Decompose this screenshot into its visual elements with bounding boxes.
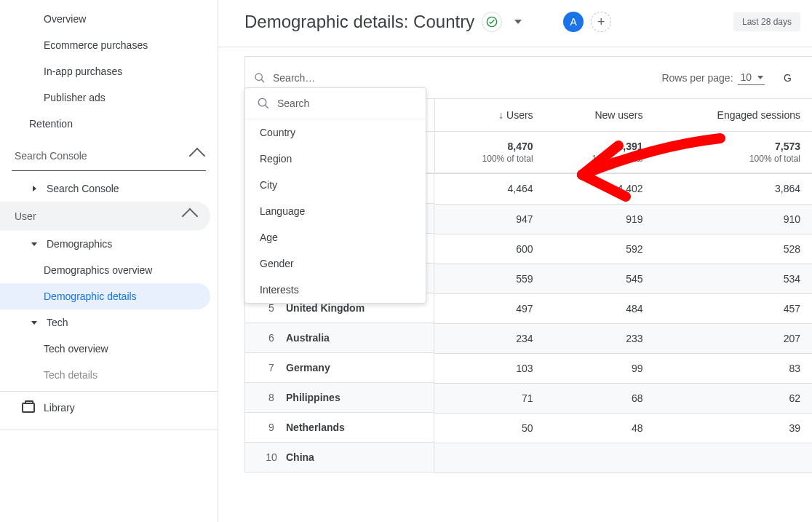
nav-retention[interactable]: Retention bbox=[0, 111, 210, 137]
dropdown-item-region[interactable]: Region bbox=[245, 146, 426, 172]
dropdown-search-placeholder: Search bbox=[277, 98, 309, 109]
svg-point-3 bbox=[258, 98, 266, 106]
nav-demographics[interactable]: Demographics bbox=[0, 231, 210, 257]
search-icon bbox=[257, 97, 270, 110]
section-label: User bbox=[15, 210, 36, 222]
section-user[interactable]: User bbox=[0, 202, 210, 231]
nav-label: Search Console bbox=[47, 183, 119, 194]
col-new-users[interactable]: New users bbox=[545, 99, 655, 132]
header-dropdown[interactable] bbox=[509, 12, 527, 32]
table-row[interactable]: 9Netherlands 504839 bbox=[245, 413, 813, 443]
report-header: Demographic details: Country A + Last 28… bbox=[218, 0, 812, 47]
page-title: Demographic details: Country bbox=[244, 12, 474, 32]
dimension-search[interactable]: Search… bbox=[245, 72, 661, 84]
total-engaged: 7,573100% of total bbox=[655, 132, 812, 174]
nav-demographics-overview[interactable]: Demographics overview bbox=[0, 257, 210, 283]
check-circle-icon bbox=[486, 16, 498, 28]
chevron-up-icon bbox=[182, 208, 199, 225]
section-label: Search Console bbox=[15, 150, 87, 162]
nav-tech-overview[interactable]: Tech overview bbox=[0, 336, 210, 362]
svg-point-1 bbox=[255, 74, 262, 80]
arrow-right-icon bbox=[29, 183, 39, 194]
verified-badge[interactable] bbox=[482, 12, 502, 32]
dropdown-item-interests[interactable]: Interests bbox=[245, 277, 426, 303]
go-to-label: G bbox=[784, 72, 792, 84]
col-users[interactable]: Users bbox=[434, 99, 545, 132]
total-users: 8,470100% of total bbox=[434, 132, 545, 174]
dimension-dropdown: Search CountryRegionCityLanguageAgeGende… bbox=[244, 87, 426, 304]
svg-line-2 bbox=[261, 79, 264, 82]
search-placeholder: Search… bbox=[273, 72, 315, 84]
nav-publisher-ads[interactable]: Publisher ads bbox=[0, 84, 210, 111]
main-content: Demographic details: Country A + Last 28… bbox=[218, 0, 812, 522]
section-search-console[interactable]: Search Console bbox=[12, 141, 206, 171]
col-engaged-sessions[interactable]: Engaged sessions bbox=[655, 99, 812, 132]
dropdown-item-country[interactable]: Country bbox=[245, 119, 426, 146]
sidebar: Overview Ecommerce purchases In-app purc… bbox=[0, 0, 218, 522]
table-row[interactable]: 6Australia 234233207 bbox=[245, 323, 813, 353]
library-icon bbox=[22, 403, 35, 413]
table-row[interactable]: 7Germany 1039983 bbox=[245, 353, 813, 383]
dropdown-item-city[interactable]: City bbox=[245, 172, 426, 198]
table-row[interactable]: 10China bbox=[245, 443, 813, 472]
nav-overview[interactable]: Overview bbox=[0, 6, 210, 32]
dropdown-item-gender[interactable]: Gender bbox=[245, 250, 426, 277]
nav-in-app-purchases[interactable]: In-app purchases bbox=[0, 58, 210, 84]
search-icon bbox=[254, 72, 266, 84]
date-range-selector[interactable]: Last 28 days bbox=[733, 12, 800, 31]
rows-per-page: Rows per page: 10 G bbox=[661, 70, 803, 85]
dropdown-search[interactable]: Search bbox=[245, 88, 426, 119]
library-label: Library bbox=[44, 402, 75, 414]
table-row[interactable]: 8Philippines 716862 bbox=[245, 383, 813, 413]
add-comparison-button[interactable]: + bbox=[591, 12, 611, 32]
nav-tech-details[interactable]: Tech details bbox=[0, 362, 210, 388]
nav-ecommerce-purchases[interactable]: Ecommerce purchases bbox=[0, 32, 210, 58]
svg-line-4 bbox=[265, 105, 268, 108]
nav-label: Tech bbox=[47, 317, 68, 328]
comparison-avatar[interactable]: A bbox=[563, 12, 584, 32]
rows-select[interactable]: 10 bbox=[738, 70, 765, 85]
nav-library[interactable]: Library bbox=[0, 391, 218, 424]
nav-demographic-details[interactable]: Demographic details bbox=[0, 283, 210, 309]
dropdown-item-age[interactable]: Age bbox=[245, 224, 426, 250]
total-new-users: 8,391100% of total bbox=[545, 132, 655, 174]
rows-label: Rows per page: bbox=[661, 72, 733, 84]
chevron-down-icon bbox=[514, 20, 522, 24]
chevron-up-icon bbox=[189, 148, 206, 165]
nav-label: Demographics bbox=[47, 238, 112, 250]
nav-tech[interactable]: Tech bbox=[0, 309, 210, 336]
divider bbox=[0, 430, 218, 430]
dropdown-item-language[interactable]: Language bbox=[245, 198, 426, 224]
nav-search-console[interactable]: Search Console bbox=[0, 175, 210, 202]
arrow-down-icon bbox=[29, 317, 39, 328]
arrow-down-icon bbox=[29, 239, 39, 249]
